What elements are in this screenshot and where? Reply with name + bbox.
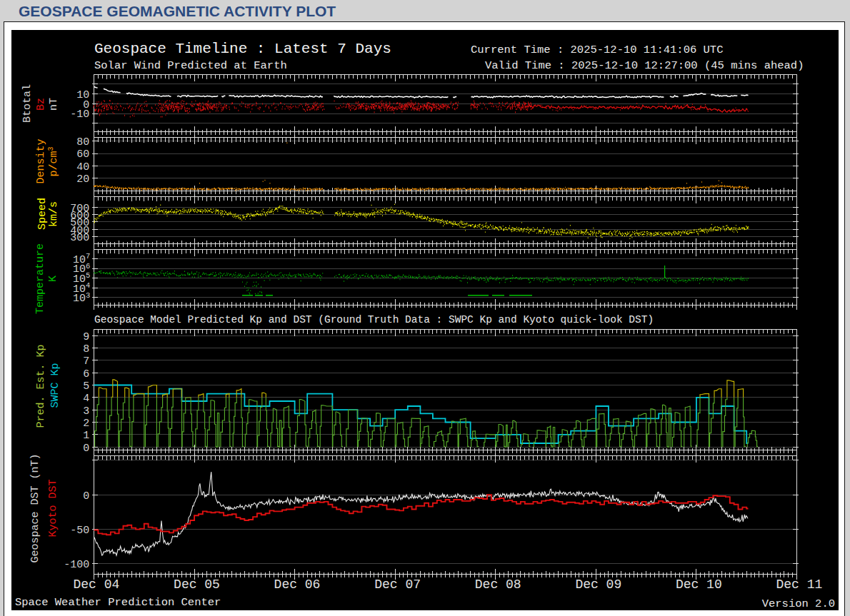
svg-text:8: 8 [83, 343, 89, 355]
svg-text:-100: -100 [64, 559, 89, 571]
svg-text:Speed: Speed [36, 198, 49, 230]
svg-text:5: 5 [83, 380, 89, 393]
svg-text:2: 2 [83, 418, 89, 430]
svg-text:300: 300 [70, 232, 89, 244]
svg-text:0: 0 [83, 490, 89, 503]
svg-text:Dec 06: Dec 06 [274, 577, 321, 592]
svg-text:SWPC Kp: SWPC Kp [49, 363, 61, 408]
svg-text:Dec 05: Dec 05 [174, 577, 220, 592]
svg-text:Geospace Timeline : Latest 7 D: Geospace Timeline : Latest 7 Days [94, 41, 391, 57]
svg-text:-50: -50 [70, 525, 89, 537]
svg-text:20: 20 [76, 173, 89, 186]
svg-text:40: 40 [76, 161, 89, 173]
svg-text:Temperature: Temperature [34, 243, 46, 314]
svg-text:Dec 09: Dec 09 [575, 577, 621, 592]
svg-text:Valid Time : 2025-12-10 12:27:: Valid Time : 2025-12-10 12:27:00 (45 min… [485, 59, 804, 72]
svg-text:7: 7 [83, 355, 89, 368]
svg-text:Current Time : 2025-12-10 11:4: Current Time : 2025-12-10 11:41:06 UTC [471, 44, 723, 56]
svg-text:0: 0 [83, 443, 89, 455]
svg-text:Version 2.0: Version 2.0 [762, 597, 835, 610]
svg-text:Dec 07: Dec 07 [374, 577, 421, 592]
svg-text:Space Weather Prediction Cente: Space Weather Prediction Center [15, 596, 221, 609]
svg-text:60: 60 [76, 148, 89, 161]
svg-text:1: 1 [83, 430, 89, 442]
svg-text:Bz: Bz [35, 98, 47, 111]
svg-text:Btotal: Btotal [21, 84, 34, 123]
svg-text:Pred. Est. Kp: Pred. Est. Kp [35, 344, 47, 428]
svg-text:Dec 11: Dec 11 [776, 577, 822, 592]
svg-text:Geospace Model Predicted Kp an: Geospace Model Predicted Kp and DST (Gro… [94, 314, 654, 325]
svg-text:Dec 04: Dec 04 [73, 577, 119, 592]
svg-text:Dec 08: Dec 08 [475, 577, 521, 592]
svg-text:Dec 10: Dec 10 [676, 577, 722, 592]
svg-text:4: 4 [83, 393, 89, 405]
svg-text:K: K [47, 276, 59, 282]
svg-text:nT: nT [48, 98, 60, 111]
svg-text:9: 9 [83, 331, 89, 343]
svg-text:80: 80 [76, 136, 89, 148]
svg-text:-10: -10 [70, 108, 89, 121]
svg-text:3: 3 [83, 405, 89, 418]
svg-text:Solar Wind Predicted at Earth: Solar Wind Predicted at Earth [94, 59, 287, 72]
svg-text:p/cm3: p/cm3 [47, 147, 60, 177]
svg-text:km/s: km/s [48, 201, 60, 227]
svg-text:6: 6 [83, 368, 89, 380]
svg-text:Kyoto DST: Kyoto DST [47, 479, 59, 537]
svg-text:Geospace DST (nT): Geospace DST (nT) [29, 453, 41, 562]
svg-text:Density: Density [35, 138, 47, 183]
